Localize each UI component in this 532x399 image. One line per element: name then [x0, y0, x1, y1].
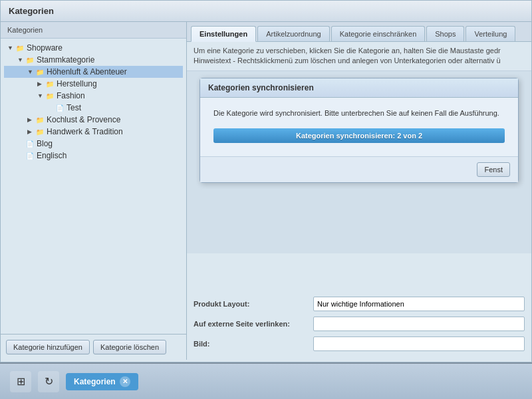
doc-icon: 📄: [25, 151, 35, 160]
taskbar: ⊞ ↻ Kategorien ✕: [0, 362, 532, 399]
dialog-title: Kategorien synchronisieren: [200, 78, 518, 98]
folder-icon: 📁: [35, 127, 45, 136]
tree-item-shopware[interactable]: ▼ 📁 Shopware: [4, 42, 183, 54]
tree-label: Shopware: [27, 43, 63, 53]
tree-item-handwerk[interactable]: ▶ 📁 Handwerk & Tradition: [4, 126, 183, 138]
tree-label: Höhenluft & Abenteuer: [47, 67, 127, 76]
info-line2: Hinweistext - Rechtsklickmenü zum lösche…: [194, 56, 525, 66]
expand-icon: ▼: [37, 92, 44, 99]
expand-icon: ▶: [27, 116, 34, 123]
title-bar: Kategorien: [1, 1, 531, 22]
refresh-icon[interactable]: ↻: [38, 371, 59, 392]
dialog-footer: Fenst: [200, 156, 518, 182]
taskbar-tab-close-button[interactable]: ✕: [120, 376, 130, 387]
right-panel: Einstellungen Artikelzuordnung Kategorie…: [187, 22, 531, 360]
tree-item-blog[interactable]: ▶ 📄 Blog: [4, 138, 183, 150]
tree-item-herstellung[interactable]: ▶ 📁 Herstellung: [4, 78, 183, 90]
tree-label: Stammkategorie: [37, 55, 94, 65]
expand-icon: ▶: [37, 80, 44, 87]
taskbar-tab-kategorien[interactable]: Kategorien ✕: [66, 373, 138, 390]
bild-input[interactable]: [313, 336, 525, 351]
settings-content: Kategorien synchronisieren Die Kategorie…: [187, 71, 531, 293]
dialog-box: Kategorien synchronisieren Die Kategorie…: [200, 78, 519, 184]
tree-label: Test: [66, 103, 81, 112]
add-category-button[interactable]: Kategorie hinzufügen: [6, 340, 90, 354]
folder-icon: 📁: [15, 43, 25, 53]
folder-icon: 📁: [35, 115, 45, 124]
tree-label: Herstellung: [57, 79, 97, 88]
tree-item-test[interactable]: ▶ 📄 Test: [4, 102, 183, 114]
window-title: Kategorien: [9, 6, 54, 16]
form-row-bild: Bild:: [194, 336, 525, 351]
left-panel-buttons: Kategorie hinzufügen Kategorie löschen: [1, 334, 186, 360]
folder-icon: 📁: [45, 91, 55, 100]
doc-icon: 📄: [25, 139, 35, 148]
progress-bar-fill: Kategorien synchronisieren: 2 von 2: [213, 128, 505, 143]
tree-label: Fashion: [57, 91, 85, 100]
produkt-layout-input[interactable]: [313, 297, 525, 311]
progress-text: Kategorien synchronisieren: 2 von 2: [296, 132, 422, 140]
main-window: Kategorien Kategorien ▼ 📁 Shopware ▼ 📁 S…: [0, 0, 532, 362]
monitor-icon[interactable]: ⊞: [10, 371, 31, 392]
left-panel-header: Kategorien: [1, 22, 186, 39]
expand-icon: ▶: [27, 128, 34, 135]
tree-item-kochlust[interactable]: ▶ 📁 Kochlust & Provence: [4, 114, 183, 126]
tab-artikelzuordnung[interactable]: Artikelzuordnung: [257, 26, 330, 41]
tab-einstellungen[interactable]: Einstellungen: [191, 26, 256, 42]
expand-icon: ▼: [7, 45, 14, 51]
tree-area: ▼ 📁 Shopware ▼ 📁 Stammkategorie ▼ 📁 Höhe…: [1, 39, 186, 334]
tab-kategorie-einschraenken[interactable]: Kategorie einschränken: [331, 26, 426, 41]
form-fields: Produkt Layout: Auf externe Seite verlin…: [187, 293, 531, 360]
form-label-bild: Bild:: [194, 340, 313, 348]
form-row-produkt-layout: Produkt Layout:: [194, 297, 525, 311]
tabs: Einstellungen Artikelzuordnung Kategorie…: [187, 22, 531, 42]
dialog-body: Die Kategorie wird synchronisiert. Bitte…: [200, 98, 518, 157]
info-line1: Um eine Kategorie zu verschieben, klicke…: [194, 46, 525, 56]
form-label-produkt-layout: Produkt Layout:: [194, 300, 313, 308]
content-area: Kategorien ▼ 📁 Shopware ▼ 📁 Stammkategor…: [1, 22, 531, 360]
folder-icon: 📁: [35, 67, 45, 76]
progress-bar-container: Kategorien synchronisieren: 2 von 2: [213, 128, 505, 143]
dialog-overlay: Kategorien synchronisieren Die Kategorie…: [187, 71, 531, 253]
externe-seite-input[interactable]: [313, 317, 525, 331]
dialog-message: Die Kategorie wird synchronisiert. Bitte…: [213, 108, 505, 119]
tree-label: Handwerk & Tradition: [47, 127, 123, 136]
taskbar-tab-label: Kategorien: [74, 377, 116, 386]
dialog-close-button[interactable]: Fenst: [477, 162, 510, 177]
tree-item-englisch[interactable]: ▶ 📄 Englisch: [4, 150, 183, 162]
form-label-externe-seite: Auf externe Seite verlinken:: [194, 320, 313, 328]
folder-icon: 📁: [45, 79, 55, 88]
doc-icon: 📄: [55, 103, 65, 112]
delete-category-button[interactable]: Kategorie löschen: [93, 340, 166, 354]
form-row-externe-seite: Auf externe Seite verlinken:: [194, 317, 525, 331]
tab-verteilung[interactable]: Verteilung: [466, 26, 515, 41]
expand-icon: ▼: [17, 57, 24, 63]
folder-icon: 📁: [25, 55, 35, 65]
info-area: Um eine Kategorie zu verschieben, klicke…: [187, 42, 531, 71]
tree-label: Englisch: [37, 151, 66, 160]
tree-item-fashion[interactable]: ▼ 📁 Fashion: [4, 90, 183, 102]
expand-icon: ▼: [27, 68, 34, 75]
left-panel: Kategorien ▼ 📁 Shopware ▼ 📁 Stammkategor…: [1, 22, 187, 360]
tab-shops[interactable]: Shops: [426, 26, 464, 41]
tree-label: Kochlust & Provence: [47, 115, 120, 124]
tree-label: Blog: [37, 139, 53, 148]
tree-item-stammkategorie[interactable]: ▼ 📁 Stammkategorie: [4, 54, 183, 66]
tree-item-hoehenluft[interactable]: ▼ 📁 Höhenluft & Abenteuer: [4, 66, 183, 78]
